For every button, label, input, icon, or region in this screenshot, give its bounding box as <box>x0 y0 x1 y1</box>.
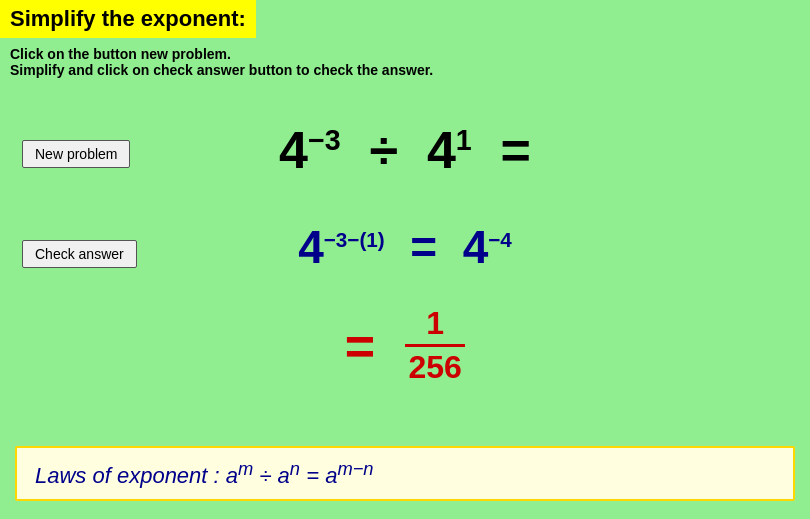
fraction-area: = 1 256 <box>0 305 810 386</box>
instruction-line2: Simplify and click on check answer butto… <box>10 62 800 78</box>
exp2: 1 <box>456 124 472 156</box>
exp1: −3 <box>308 124 341 156</box>
result-exponent: −4 <box>488 228 512 251</box>
instruction-line1: Click on the button new problem. <box>10 46 800 62</box>
fraction-equals: = <box>345 316 375 376</box>
fraction: 1 256 <box>405 305 465 386</box>
instructions: Click on the button new problem. Simplif… <box>0 38 810 78</box>
step-exponent: −3−(1) <box>324 228 385 251</box>
fraction-denominator: 256 <box>405 347 465 386</box>
main-equation: 4−3 ÷ 41 = <box>0 120 810 180</box>
title-bar: Simplify the exponent: <box>0 0 256 38</box>
step-equation: 4−3−(1) = 4−4 <box>0 220 810 274</box>
page-title: Simplify the exponent: <box>10 6 246 31</box>
law-box: Laws of exponent : am ÷ an = am−n <box>15 446 795 501</box>
fraction-numerator: 1 <box>405 305 465 347</box>
law-text: Laws of exponent : am ÷ an = am−n <box>35 463 374 488</box>
